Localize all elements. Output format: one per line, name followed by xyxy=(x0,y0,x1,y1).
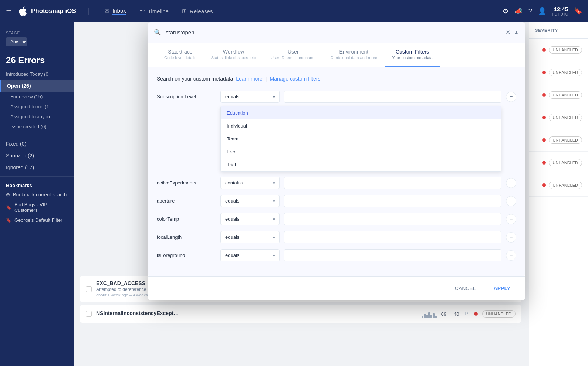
bookmark-bad-bugs[interactable]: 🔖 Bad Bugs - VIP Customers xyxy=(0,200,74,215)
nav-inbox[interactable]: ✉ Inbox xyxy=(99,4,132,18)
severity-panel: SEVERITY UNHANDLED UNHANDLED UNHANDLED U… xyxy=(529,22,588,366)
issue-checkbox-2[interactable] xyxy=(86,311,92,317)
sidebar-item-open[interactable]: Open (26) xyxy=(0,80,74,92)
filter-label-aperture: aperture xyxy=(157,198,216,204)
filter-add-btn-isforeground[interactable]: + xyxy=(506,250,516,261)
stage-select[interactable]: Any xyxy=(6,37,27,46)
user-avatar[interactable]: 👤 xyxy=(538,7,546,15)
filter-add-btn-aperture[interactable]: + xyxy=(506,196,516,206)
tab-stacktrace[interactable]: Stacktrace Code level details xyxy=(157,43,204,67)
sidebar-item-for-review[interactable]: For review (15) xyxy=(0,92,74,102)
filter-value-aperture[interactable] xyxy=(284,195,501,207)
filter-operator-isforeground[interactable]: equals contains xyxy=(220,249,280,261)
cancel-button[interactable]: CANCEL xyxy=(449,282,482,294)
filter-operator-aperture[interactable]: equals contains xyxy=(220,195,280,207)
search-input[interactable] xyxy=(166,29,506,35)
severity-row-6: UNHANDLED xyxy=(529,152,588,174)
apply-button[interactable]: APPLY xyxy=(488,282,516,294)
stage-label: STAGE xyxy=(6,31,68,35)
filter-add-btn-experiments[interactable]: + xyxy=(506,178,516,188)
manage-custom-filters-link[interactable]: Manage custom filters xyxy=(270,76,320,82)
hamburger-menu[interactable]: ☰ xyxy=(6,7,12,15)
tab-user[interactable]: User User ID, email and name xyxy=(263,43,323,67)
notifications-icon[interactable]: 📣 xyxy=(514,7,523,15)
bookmark-icon-1: 🔖 xyxy=(6,205,11,210)
severity-badge-1: UNHANDLED xyxy=(549,46,582,54)
clock: 12:45 PDT UTC xyxy=(552,6,568,16)
filter-row-color-temp: colorTemp equals contains ▼ + xyxy=(157,213,516,225)
issue-badge-2: UNHANDLED xyxy=(482,310,516,318)
filter-select-wrap-subscription: equals contains is set ▼ xyxy=(220,91,280,103)
filter-label-subscription: Subscription Level xyxy=(157,94,216,99)
tab-environment[interactable]: Environment Contextual data and more xyxy=(323,43,385,67)
sidebar: STAGE Any 26 Errors Introduced Today (0 … xyxy=(0,22,74,366)
bookmark-icon-2: 🔖 xyxy=(6,218,11,223)
nav-releases[interactable]: ⊞ Releases xyxy=(176,4,219,18)
filter-value-isforeground[interactable] xyxy=(284,249,501,261)
filter-operator-focallength[interactable]: equals contains xyxy=(220,231,280,243)
issue-chart-2 xyxy=(422,309,437,318)
settings-icon[interactable]: ⚙ xyxy=(503,7,508,15)
issue-title-2: NSInternalInconsistencyExcept… xyxy=(96,310,417,316)
filter-value-focallength[interactable] xyxy=(284,231,501,243)
inbox-icon: ✉ xyxy=(105,8,109,14)
filter-value-colortemp[interactable] xyxy=(284,213,501,225)
dropdown-option-individual[interactable]: Individual xyxy=(221,119,501,132)
app-name: Photosnap iOS xyxy=(31,7,76,15)
sidebar-item-snoozed[interactable]: Snoozed (2) xyxy=(0,150,74,162)
sidebar-item-issue-created[interactable]: Issue created (0) xyxy=(0,122,74,132)
top-navigation: ☰ Photosnap iOS | ✉ Inbox 〜 Timeline ⊞ R… xyxy=(0,0,588,22)
bookmark-nav-icon[interactable]: 🔖 xyxy=(574,7,582,15)
filter-label-focallength: focalLength xyxy=(157,234,216,240)
releases-icon: ⊞ xyxy=(182,8,187,14)
search-collapse-icon[interactable]: ▲ xyxy=(513,29,519,36)
sidebar-item-assigned-me[interactable]: Assigned to me (1… xyxy=(0,102,74,112)
add-bookmark-icon: ⊕ xyxy=(6,192,10,197)
filter-add-btn-colortemp[interactable]: + xyxy=(506,214,516,224)
issue-info-2: NSInternalInconsistencyExcept… xyxy=(96,310,417,318)
filter-row-is-foreground: isForeground equals contains ▼ + xyxy=(157,249,516,261)
apple-logo-icon xyxy=(18,6,28,16)
filter-value-subscription[interactable] xyxy=(284,91,501,103)
severity-row-7: UNHANDLED xyxy=(529,174,588,197)
filter-operator-experiments[interactable]: contains equals xyxy=(220,177,280,189)
severity-badge-5: UNHANDLED xyxy=(549,136,582,144)
severity-dot-4 xyxy=(542,116,546,119)
modal-search-bar: 🔍 ✕ ▲ xyxy=(148,22,525,43)
severity-header: SEVERITY xyxy=(529,22,588,39)
severity-badge-7: UNHANDLED xyxy=(549,182,582,189)
sidebar-item-fixed[interactable]: Fixed (0) xyxy=(0,138,74,150)
errors-title: 26 Errors xyxy=(0,51,74,68)
nav-timeline[interactable]: 〜 Timeline xyxy=(134,4,175,18)
filter-add-btn-focallength[interactable]: + xyxy=(506,232,516,243)
sidebar-item-ignored[interactable]: Ignored (17) xyxy=(0,162,74,173)
bookmark-add[interactable]: ⊕ Bookmark current search xyxy=(0,190,74,200)
filter-select-wrap-focallength: equals contains ▼ xyxy=(220,231,280,243)
dropdown-option-team[interactable]: Team xyxy=(221,132,501,145)
tab-workflow[interactable]: Workflow Status, linked issues, etc xyxy=(204,43,263,67)
severity-dot-7 xyxy=(542,183,546,187)
filter-operator-subscription[interactable]: equals contains is set xyxy=(220,91,280,103)
issue-row-nsinternal[interactable]: NSInternalInconsistencyExcept… 69 40 xyxy=(80,305,521,323)
modal-body: Search on your custom metadata Learn mor… xyxy=(148,67,525,276)
filter-label-active-experiments: activeExperiments xyxy=(157,180,216,186)
search-clear-icon[interactable]: ✕ xyxy=(506,29,510,36)
sidebar-item-introduced-today[interactable]: Introduced Today (0 xyxy=(0,68,74,80)
sidebar-item-assigned-anyone[interactable]: Assigned to anyon… xyxy=(0,112,74,122)
tab-custom-filters[interactable]: Custom Filters Your custom metadata xyxy=(385,43,440,67)
help-icon[interactable]: ? xyxy=(528,7,532,15)
severity-dot-3 xyxy=(542,93,546,97)
dropdown-option-free[interactable]: Free xyxy=(221,145,501,158)
learn-more-link[interactable]: Learn more xyxy=(236,76,263,82)
filter-operator-colortemp[interactable]: equals contains xyxy=(220,213,280,225)
dropdown-option-education[interactable]: Education xyxy=(221,106,501,119)
filter-add-btn-subscription[interactable]: + xyxy=(506,92,516,102)
dropdown-option-trial[interactable]: Trial xyxy=(221,158,501,171)
severity-row-2: UNHANDLED xyxy=(529,61,588,84)
issue-checkbox-1[interactable] xyxy=(86,286,92,292)
filter-value-experiments[interactable] xyxy=(284,177,501,189)
bookmark-george[interactable]: 🔖 George's Default Filter xyxy=(0,215,74,225)
issue-numbers-2: 69 40 xyxy=(441,311,459,317)
severity-badge-3: UNHANDLED xyxy=(549,91,582,99)
filter-select-wrap-aperture: equals contains ▼ xyxy=(220,195,280,207)
